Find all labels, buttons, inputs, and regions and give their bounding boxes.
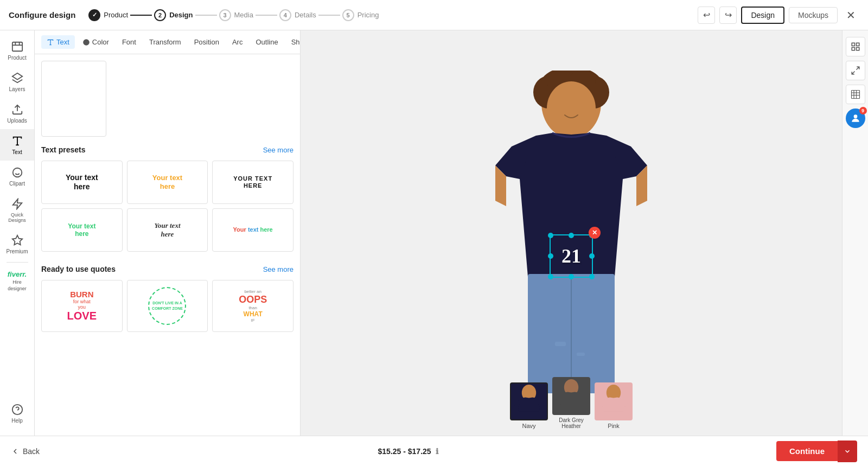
mockups-tab-button[interactable]: Mockups <box>789 7 838 23</box>
panel-content: Text presets See more Your texthere Your… <box>35 54 300 436</box>
step-3-circle: 3 <box>219 9 231 21</box>
toolbar-text-btn[interactable]: Text <box>41 35 75 49</box>
toolbar-outline-btn[interactable]: Outline <box>250 35 283 49</box>
sidebar-item-product[interactable]: Product <box>0 35 34 66</box>
close-button[interactable]: ✕ <box>842 7 859 24</box>
quote-item-1[interactable]: BURN for what you LOVE <box>41 280 123 332</box>
sidebar-fiverr[interactable]: fiverr. Hiredesigner <box>0 265 34 297</box>
sidebar-item-layers[interactable]: Layers <box>0 66 34 98</box>
handle-bottom-mid[interactable] <box>569 274 574 279</box>
toolbar-shadow-btn[interactable]: Shadow <box>286 35 301 49</box>
toolbar-position-label: Position <box>194 38 219 46</box>
toolbar-transform-btn[interactable]: Transform <box>144 35 187 49</box>
svg-rect-0 <box>12 42 22 52</box>
svg-rect-29 <box>577 353 585 356</box>
design-toolbar: Text Color Font Transform Position Arc <box>35 30 300 54</box>
preset-item-2[interactable]: Your texthere <box>127 161 208 204</box>
sidebar-item-text[interactable]: Text <box>0 129 34 161</box>
bottom-bar: Back $15.25 - $17.25 ℹ Continue <box>0 436 868 466</box>
premium-icon <box>11 234 24 247</box>
quote-item-3[interactable]: better an OOPS than WHAT IF <box>212 280 293 332</box>
notification-badge: 9 <box>859 107 867 114</box>
toolbar-arc-label: Arc <box>232 38 243 46</box>
step-media[interactable]: 3 Media <box>219 9 253 21</box>
see-more-presets[interactable]: See more <box>263 146 293 154</box>
configure-title: Configure design <box>9 10 75 20</box>
preset-item-1[interactable]: Your texthere <box>41 161 123 204</box>
sidebar-item-premium[interactable]: Premium <box>0 228 34 260</box>
sidebar-item-uploads[interactable]: Uploads <box>0 98 34 129</box>
layers-icon <box>11 72 24 85</box>
step-product[interactable]: ✓ Product <box>88 9 128 21</box>
step-design[interactable]: 2 Design <box>154 9 193 21</box>
undo-button[interactable]: ↩ <box>698 7 715 24</box>
preset-item-3[interactable]: YOUR TEXTHERE <box>212 161 293 204</box>
redo-button[interactable]: ↪ <box>719 7 737 24</box>
step-pricing[interactable]: 5 Pricing <box>342 9 379 21</box>
toolbar-color-icon <box>82 39 90 46</box>
grid-view-button[interactable] <box>846 37 865 56</box>
hire-designer-label: Hiredesigner <box>8 279 27 292</box>
step-2-circle: 2 <box>154 9 166 21</box>
grid-overlay-button[interactable] <box>846 85 865 104</box>
toolbar-font-btn[interactable]: Font <box>117 35 142 49</box>
handle-top-mid[interactable] <box>569 233 574 238</box>
preset-item-6[interactable]: Your text here <box>212 208 293 252</box>
svg-rect-39 <box>851 91 859 99</box>
variant-dark-grey-img <box>552 377 590 415</box>
variant-dark-grey[interactable]: Dark GreyHeather <box>552 377 590 429</box>
variant-navy-label: Navy <box>522 423 535 429</box>
sidebar-item-quick-designs-label: QuickDesigns <box>8 212 26 223</box>
delete-design-button[interactable]: ✕ <box>589 227 601 239</box>
svg-point-8 <box>12 168 22 177</box>
preset-item-5[interactable]: Your texthere <box>127 208 208 252</box>
toolbar-color-btn[interactable]: Color <box>77 35 114 49</box>
variant-navy[interactable]: Navy <box>510 382 548 429</box>
handle-right-mid[interactable] <box>589 253 595 259</box>
canvas-wrapper[interactable]: ✕ 21 <box>301 30 842 436</box>
variant-dark-grey-label: Dark GreyHeather <box>559 417 584 429</box>
fullscreen-button[interactable] <box>846 61 865 80</box>
uploads-icon <box>11 103 24 116</box>
price-info-icon[interactable]: ℹ <box>436 447 438 456</box>
selection-box[interactable]: ✕ 21 <box>550 234 593 278</box>
text-icon <box>11 135 24 148</box>
design-number: 21 <box>561 245 581 267</box>
toolbar-arc-btn[interactable]: Arc <box>227 35 248 49</box>
sidebar-item-clipart-label: Clipart <box>9 181 25 187</box>
user-avatar[interactable]: 9 <box>846 108 865 128</box>
handle-bottom-left[interactable] <box>548 274 553 279</box>
design-tab-button[interactable]: Design <box>741 7 784 24</box>
step-4-circle: 4 <box>279 9 291 21</box>
text-presets-header: Text presets See more <box>41 145 293 154</box>
sidebar-item-quick-designs[interactable]: QuickDesigns <box>0 192 34 228</box>
variant-pink[interactable]: Pink <box>595 382 633 429</box>
step-line-1 <box>130 15 152 16</box>
back-button[interactable]: Back <box>11 447 40 456</box>
sidebar-item-help-label: Help <box>11 418 23 424</box>
handle-bottom-right[interactable] <box>589 274 595 279</box>
handle-top-left[interactable] <box>548 233 553 238</box>
variant-pink-svg <box>596 382 631 420</box>
product-icon <box>11 40 24 53</box>
continue-button[interactable]: Continue <box>776 441 838 461</box>
quote-item-2[interactable]: DON'T LIVE IN A COMFORT ZONE <box>127 280 208 332</box>
text-preview-area <box>41 61 106 137</box>
see-more-quotes[interactable]: See more <box>263 265 293 273</box>
sidebar-divider <box>7 262 28 263</box>
left-panel: Text Color Font Transform Position Arc <box>35 30 301 436</box>
svg-marker-11 <box>12 199 22 209</box>
continue-group: Continue <box>776 441 857 462</box>
svg-rect-36 <box>856 48 859 50</box>
sidebar-item-layers-label: Layers <box>9 86 25 92</box>
continue-arrow-button[interactable] <box>838 441 857 462</box>
sidebar-item-clipart[interactable]: Clipart <box>0 161 34 192</box>
preset-item-4[interactable]: Your texthere <box>41 208 123 252</box>
handle-left-mid[interactable] <box>548 253 553 259</box>
toolbar-outline-label: Outline <box>256 38 278 46</box>
fullscreen-icon <box>851 66 860 75</box>
sidebar-item-help[interactable]: Help <box>0 398 34 429</box>
step-details[interactable]: 4 Details <box>279 9 316 21</box>
variant-dark-grey-svg <box>553 377 589 415</box>
toolbar-position-btn[interactable]: Position <box>189 35 225 49</box>
